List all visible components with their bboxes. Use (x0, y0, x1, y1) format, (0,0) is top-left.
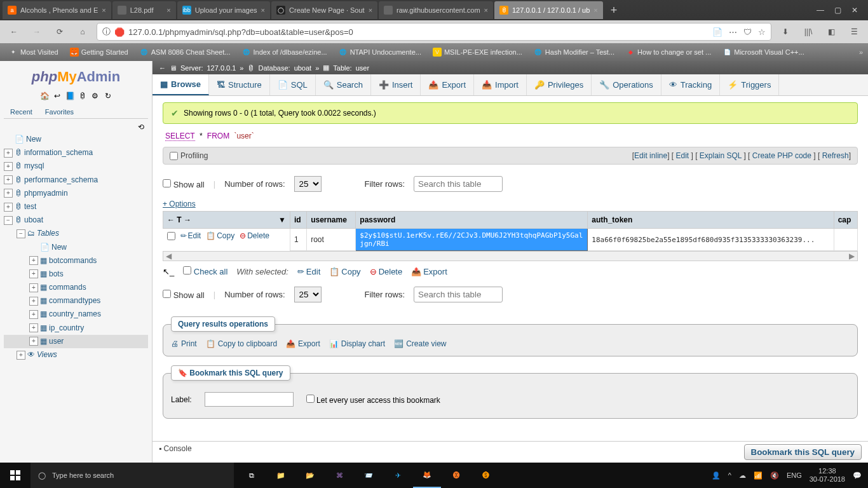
expand-icon[interactable]: + (4, 149, 13, 158)
bookmark-item[interactable]: VMSIL-PE-EXE infection... (429, 46, 526, 58)
everyuser-checkbox[interactable]: Let every user access this bookmark (306, 395, 440, 405)
bookmark-item[interactable]: 📄Microsoft Visual C++... (719, 46, 808, 58)
view-link[interactable]: 🆕Create view (394, 339, 446, 348)
tree-db[interactable]: +🛢mysql (4, 159, 148, 173)
logout-icon[interactable]: ↩ (53, 92, 62, 100)
tab-triggers[interactable]: ⚡Triggers (720, 74, 779, 95)
print-link[interactable]: 🖨Print (171, 339, 197, 348)
tab-tracking[interactable]: 👁Tracking (661, 74, 720, 95)
copy-row-link[interactable]: 📋Copy (206, 231, 234, 240)
edit-link[interactable]: Edit (675, 151, 689, 160)
tab-sql[interactable]: 📄SQL (270, 74, 316, 95)
tree-db[interactable]: +🛢performance_schema (4, 173, 148, 187)
tree-table[interactable]: +▦commands (4, 281, 148, 294)
batch-edit[interactable]: ✏Edit (297, 267, 320, 276)
nav-back-icon[interactable]: ← (159, 64, 166, 72)
close-icon[interactable]: × (369, 6, 372, 14)
info-icon[interactable]: ⓘ (102, 26, 111, 37)
delete-row-link[interactable]: ⊖Delete (240, 231, 269, 240)
th-password[interactable]: password (356, 212, 588, 229)
browser-tab[interactable]: L28.pdf× (112, 1, 176, 19)
th-cap[interactable]: cap (834, 212, 857, 229)
edit-row-link[interactable]: ✏Edit (180, 231, 201, 240)
tree-table[interactable]: +▦commandtypes (4, 294, 148, 308)
tree-new-table[interactable]: 📄New (4, 241, 148, 254)
bookmark-label-input[interactable] (205, 392, 294, 407)
expand-icon[interactable]: + (29, 297, 38, 306)
bookmark-item[interactable]: ◆How to change or set ... (622, 46, 715, 58)
breadcrumb-db[interactable]: uboat (294, 64, 312, 72)
shield-icon[interactable]: 🛡 (743, 27, 752, 37)
bookmarks-overflow[interactable]: » (859, 48, 863, 56)
explain-link[interactable]: Explain SQL (700, 151, 742, 160)
tree-db-uboat[interactable]: −🛢uboat (4, 214, 148, 227)
tree-table[interactable]: +▦botcommands (4, 254, 148, 268)
reader-icon[interactable]: 📄 (712, 27, 722, 37)
downloads-button[interactable]: ⬇ (776, 23, 794, 41)
breadcrumb-table[interactable]: user (356, 64, 369, 72)
expand-icon[interactable]: + (29, 283, 38, 292)
th-id[interactable]: id (290, 212, 307, 229)
reload-icon[interactable]: ↻ (104, 92, 112, 100)
th-auth-token[interactable]: auth_token (588, 212, 834, 229)
tab-browse[interactable]: ▦Browse (153, 74, 209, 95)
options-link[interactable]: + Options (163, 197, 196, 211)
tree-db[interactable]: +🛢test (4, 200, 148, 214)
check-all-checkbox[interactable]: Check all (183, 266, 227, 276)
settings-icon[interactable]: ⚙ (91, 92, 100, 100)
expand-icon[interactable]: + (4, 162, 13, 171)
tab-search[interactable]: 🔍Search (316, 74, 371, 95)
refresh-link[interactable]: Refresh (822, 151, 849, 160)
numrows-select[interactable]: 25 (294, 176, 322, 192)
library-button[interactable]: |||\ (799, 23, 817, 41)
tree-table-user[interactable]: +▦user (4, 335, 148, 348)
tree-tables[interactable]: −🗂Tables (4, 227, 148, 240)
tree-table[interactable]: +▦ip_country (4, 322, 148, 335)
tree-db[interactable]: +🛢information_schema (4, 146, 148, 159)
tab-insert[interactable]: ➕Insert (371, 74, 421, 95)
show-all-checkbox[interactable]: Show all (163, 179, 205, 189)
menu-button[interactable]: ☰ (845, 23, 863, 41)
profiling-checkbox[interactable]: Profiling (170, 151, 208, 160)
bookmark-item[interactable]: 🌐Hash Modifier – Test... (530, 46, 618, 58)
create-php-link[interactable]: Create PHP code (752, 151, 811, 160)
expand-icon[interactable]: + (17, 351, 25, 360)
numrows-select[interactable]: 25 (294, 287, 322, 302)
favorites-tab[interactable]: Favorites (39, 105, 80, 118)
collapse-icon[interactable]: ⟲ (4, 121, 148, 133)
expand-icon[interactable]: + (4, 203, 13, 212)
browser-tab-active[interactable]: 🛢127.0.0.1 / 127.0.0.1 / ub× (494, 1, 603, 19)
cell-cap[interactable] (834, 229, 857, 251)
edit-inline-link[interactable]: Edit inline (634, 151, 667, 160)
chart-link[interactable]: 📊Display chart (329, 339, 385, 348)
expand-icon[interactable]: + (4, 189, 13, 198)
home-button[interactable]: ⌂ (74, 23, 92, 41)
bookmark-item[interactable]: 🌐Index of /dlbase/ezine... (238, 46, 330, 58)
reload-button[interactable]: ⟳ (51, 23, 69, 41)
close-icon[interactable]: × (484, 6, 488, 14)
show-all-checkbox[interactable]: Show all (163, 290, 205, 300)
collapse-icon[interactable]: − (4, 216, 13, 225)
bookmark-item[interactable]: 🦊Getting Started (66, 46, 132, 58)
filter-input[interactable] (414, 287, 503, 302)
new-tab-button[interactable]: + (604, 1, 624, 20)
bookmark-query-button[interactable]: Bookmark this SQL query (744, 444, 862, 460)
cell-username[interactable]: root (307, 229, 356, 251)
tree-table[interactable]: +▦bots (4, 268, 148, 281)
expand-icon[interactable]: + (4, 175, 13, 184)
sort-icon[interactable]: ▼ (278, 215, 286, 224)
expand-icon[interactable]: + (29, 269, 38, 278)
tree-db[interactable]: +🛢phpmyadmin (4, 187, 148, 200)
export-link[interactable]: 📤Export (286, 339, 320, 348)
cell-auth-token[interactable]: 18a66f0f69825be2a55e1895df680d935f313533… (588, 229, 834, 251)
url-bar[interactable]: ⓘ 🛑 127.0.0.1/phpmyadmin/sql.php?db=uboa… (97, 23, 771, 41)
collapse-icon[interactable]: − (17, 229, 25, 238)
home-icon[interactable]: 🏠 (40, 92, 49, 100)
cell-password[interactable]: $2y$10$stU.1erK5v.rE6//2CJv3.DMU6J2YH3tq… (356, 229, 588, 251)
horizontal-scrollbar[interactable]: ◀▶ (163, 251, 858, 261)
console-toggle[interactable]: ▪ Console (159, 444, 192, 460)
tree-table[interactable]: +▦country_names (4, 308, 148, 321)
bookmark-item[interactable]: ✦Most Visited (5, 46, 62, 58)
breadcrumb-server[interactable]: 127.0.0.1 (207, 64, 236, 72)
tree-new[interactable]: 📄New (4, 133, 148, 146)
